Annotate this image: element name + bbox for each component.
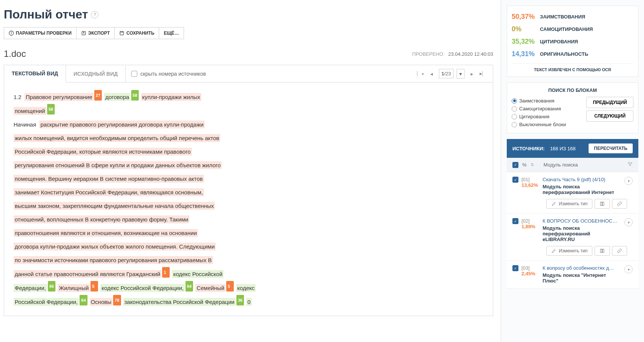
pager-prev-icon[interactable]: ◂ bbox=[428, 70, 436, 78]
link-button[interactable] bbox=[612, 246, 627, 256]
orig-pct: 14,31% bbox=[512, 50, 540, 58]
chevron-down-icon[interactable]: ▾ bbox=[624, 218, 633, 226]
book-icon bbox=[600, 248, 605, 253]
module-column[interactable]: Модуль поиска bbox=[544, 162, 578, 168]
change-type-button[interactable]: Изменить тип bbox=[546, 199, 592, 209]
book-icon bbox=[600, 201, 605, 206]
radio-cite[interactable]: Цитирования bbox=[512, 113, 583, 121]
pct-column[interactable]: % bbox=[522, 162, 527, 168]
radio-disabled[interactable]: Выключенные блоки bbox=[512, 121, 583, 128]
source-module: Модуль поиска "Интернет Плюс" bbox=[543, 272, 621, 284]
source-checkbox[interactable]: ✓ bbox=[512, 218, 518, 224]
svg-rect-8 bbox=[601, 249, 602, 252]
source-index: [03] bbox=[521, 265, 540, 271]
sort-icon[interactable]: ⇅ bbox=[531, 162, 534, 167]
svg-rect-7 bbox=[603, 202, 604, 205]
prev-button[interactable]: ПРЕДЫДУЩИЙ bbox=[586, 97, 633, 108]
change-type-button[interactable]: Изменить тип bbox=[546, 246, 592, 256]
pencil-icon bbox=[551, 248, 557, 253]
radio-icon bbox=[512, 98, 517, 104]
self-label: САМОЦИТИРОВАНИЯ bbox=[540, 26, 593, 32]
checked-date: 23.04.2020 12:40:03 bbox=[448, 51, 493, 57]
checkbox-icon bbox=[131, 71, 137, 77]
link-button[interactable] bbox=[612, 199, 627, 209]
pager-page-input[interactable]: 1/23 bbox=[439, 69, 454, 78]
filter-icon[interactable] bbox=[627, 162, 633, 168]
tab-text-view[interactable]: ТЕКСТОВЫЙ ВИД bbox=[4, 65, 66, 82]
block-search-title: ПОИСК ПО БЛОКАМ bbox=[512, 87, 633, 93]
more-button[interactable]: ЕЩЁ… bbox=[159, 27, 184, 39]
radio-borrow[interactable]: Заимствования bbox=[512, 97, 583, 105]
help-icon[interactable]: ? bbox=[91, 11, 98, 18]
pager-last-icon[interactable]: ▸⎸ bbox=[479, 70, 487, 78]
link-icon bbox=[617, 201, 622, 206]
cite-label: ЦИТИРОВАНИЯ bbox=[540, 39, 578, 44]
source-item: ✓ [02]1,89% К ВОПРОСУ ОБ ОСОБЕННОС…Модул… bbox=[507, 214, 638, 261]
source-pct: 1,89% bbox=[521, 224, 540, 229]
recalc-button[interactable]: ПЕРЕСЧИТАТЬ bbox=[589, 144, 633, 153]
sources-list: ✓ [01]13,62% Скачать Часть 9 (pdf) (4/10… bbox=[501, 172, 644, 289]
cite-pct: 35,32% bbox=[512, 38, 540, 46]
pager: ⎸◂ ◂ 1/23 ▾ ▸ ▸⎸ bbox=[416, 69, 487, 79]
radio-icon bbox=[512, 122, 517, 127]
document-content: 1.2 Правовое регулирование27 договора58 … bbox=[4, 82, 493, 316]
book-button[interactable] bbox=[595, 199, 610, 209]
toolbar: ПАРАМЕТРЫ ПРОВЕРКИ ЭКСПОРТ СОХРАНИТЬ ЕЩЁ… bbox=[4, 27, 493, 39]
svg-point-2 bbox=[11, 32, 12, 32]
source-module: Модуль поиска перефразирований eLIBRARY.… bbox=[543, 225, 621, 242]
radio-self[interactable]: Самоцитирования bbox=[512, 105, 583, 113]
chevron-down-icon[interactable]: ▾ bbox=[624, 265, 633, 273]
source-title[interactable]: К вопросу об особенностях д… bbox=[543, 265, 621, 271]
svg-rect-6 bbox=[601, 202, 602, 205]
export-icon bbox=[81, 31, 86, 36]
source-pct: 2,45% bbox=[521, 271, 540, 276]
pencil-icon bbox=[551, 201, 557, 206]
orig-label: ОРИГИНАЛЬНОСТЬ bbox=[540, 51, 588, 57]
next-button[interactable]: СЛЕДУЮЩИЙ bbox=[586, 110, 633, 122]
pager-select[interactable]: ▾ bbox=[457, 69, 465, 79]
params-button[interactable]: ПАРАМЕТРЫ ПРОВЕРКИ bbox=[4, 27, 77, 39]
stats-panel: 50,37%ЗАИМСТВОВАНИЯ 0%САМОЦИТИРОВАНИЯ 35… bbox=[507, 6, 638, 77]
source-index: [02] bbox=[521, 218, 540, 224]
sources-count: 168 ИЗ 168 bbox=[550, 146, 576, 151]
svg-rect-9 bbox=[603, 249, 604, 252]
source-pct: 13,62% bbox=[521, 182, 540, 188]
source-title[interactable]: Скачать Часть 9 (pdf) (4/10) bbox=[543, 177, 621, 182]
sidebar: 50,37%ЗАИМСТВОВАНИЯ 0%САМОЦИТИРОВАНИЯ 35… bbox=[501, 0, 644, 342]
source-checkbox[interactable]: ✓ bbox=[512, 265, 518, 271]
sources-filter: ✓ % ⇅ Модуль поиска bbox=[507, 158, 638, 172]
export-button[interactable]: ЭКСПОРТ bbox=[77, 27, 115, 39]
borrow-pct: 50,37% bbox=[512, 13, 540, 21]
source-title[interactable]: К ВОПРОСУ ОБ ОСОБЕННОС… bbox=[543, 218, 621, 224]
source-index: [01] bbox=[521, 177, 540, 182]
save-icon bbox=[119, 31, 124, 36]
select-all-checkbox[interactable]: ✓ bbox=[512, 162, 518, 168]
info-icon bbox=[9, 31, 14, 36]
borrow-label: ЗАИМСТВОВАНИЯ bbox=[540, 14, 585, 20]
link-icon bbox=[617, 248, 622, 253]
tabbar: ТЕКСТОВЫЙ ВИД ИСХОДНЫЙ ВИД скрыть номера… bbox=[4, 65, 493, 82]
ocr-note: ТЕКСТ ИЗВЛЕЧЕН С ПОМОЩЬЮ OCR bbox=[512, 63, 633, 72]
hide-numbers-checkbox[interactable]: скрыть номера источников bbox=[131, 71, 206, 77]
source-item: ✓ [01]13,62% Скачать Часть 9 (pdf) (4/10… bbox=[507, 172, 638, 214]
source-module: Модуль поиска перефразирований Интернет bbox=[543, 184, 621, 195]
sources-header: ИСТОЧНИКИ:168 ИЗ 168 ПЕРЕСЧИТАТЬ bbox=[507, 139, 638, 158]
chevron-down-icon[interactable]: ▾ bbox=[624, 177, 633, 185]
book-button[interactable] bbox=[595, 246, 610, 256]
svg-rect-4 bbox=[120, 31, 124, 35]
pager-next-icon[interactable]: ▸ bbox=[468, 70, 476, 78]
checked-label: ПРОВЕРЕНО:23.04.2020 12:40:03 bbox=[412, 51, 493, 57]
block-search-panel: ПОИСК ПО БЛОКАМ Заимствования Самоцитиро… bbox=[507, 82, 638, 133]
pager-first-icon[interactable]: ⎸◂ bbox=[416, 70, 425, 78]
radio-icon bbox=[512, 114, 517, 119]
source-item: ✓ [03]2,45% К вопросу об особенностях д…… bbox=[507, 261, 638, 289]
save-button[interactable]: СОХРАНИТЬ bbox=[115, 27, 159, 39]
page-title: Полный отчет bbox=[4, 8, 88, 21]
source-checkbox[interactable]: ✓ bbox=[512, 177, 518, 183]
filename: 1.doc bbox=[4, 49, 26, 59]
radio-icon bbox=[512, 106, 517, 111]
self-pct: 0% bbox=[512, 25, 540, 33]
tab-source-view[interactable]: ИСХОДНЫЙ ВИД bbox=[66, 66, 126, 82]
